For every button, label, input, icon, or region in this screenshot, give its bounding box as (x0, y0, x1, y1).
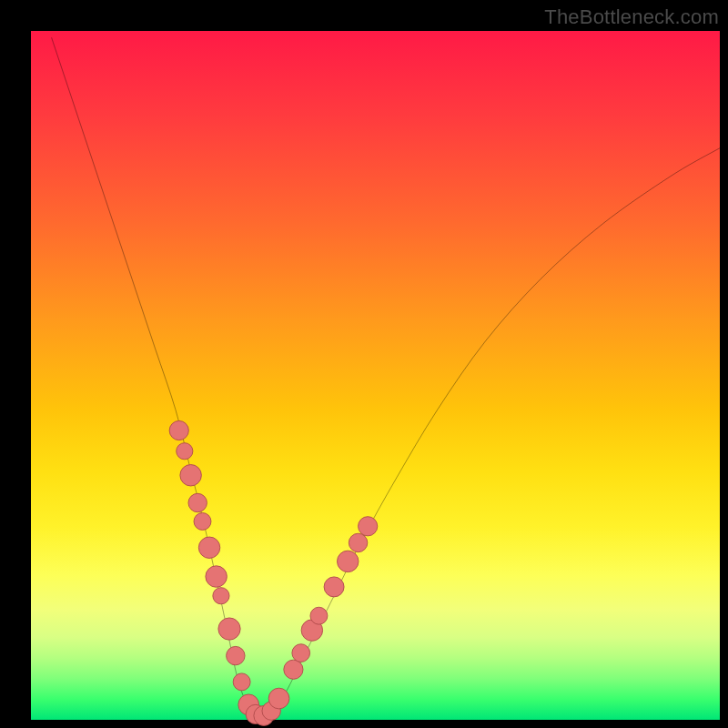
plot-area (31, 31, 720, 720)
data-marker (284, 660, 303, 679)
data-marker (218, 618, 240, 640)
data-marker (292, 644, 310, 662)
data-marker (180, 465, 201, 486)
data-marker (268, 688, 289, 709)
bottleneck-curve (52, 38, 720, 717)
data-marker (169, 420, 188, 440)
data-marker (213, 588, 229, 604)
data-marker (177, 443, 193, 460)
data-marker (194, 513, 211, 531)
chart-frame: TheBottleneck.com (0, 0, 728, 728)
watermark-text: TheBottleneck.com (544, 5, 719, 29)
data-marker (233, 673, 250, 691)
data-marker (349, 533, 367, 551)
data-marker (359, 517, 378, 536)
data-marker (198, 537, 219, 558)
data-markers (169, 420, 378, 725)
data-marker (227, 646, 245, 664)
data-marker (310, 607, 328, 624)
data-marker (188, 493, 207, 511)
data-marker (337, 551, 358, 571)
data-marker (206, 566, 227, 587)
data-marker (324, 577, 344, 597)
chart-svg (31, 31, 720, 720)
